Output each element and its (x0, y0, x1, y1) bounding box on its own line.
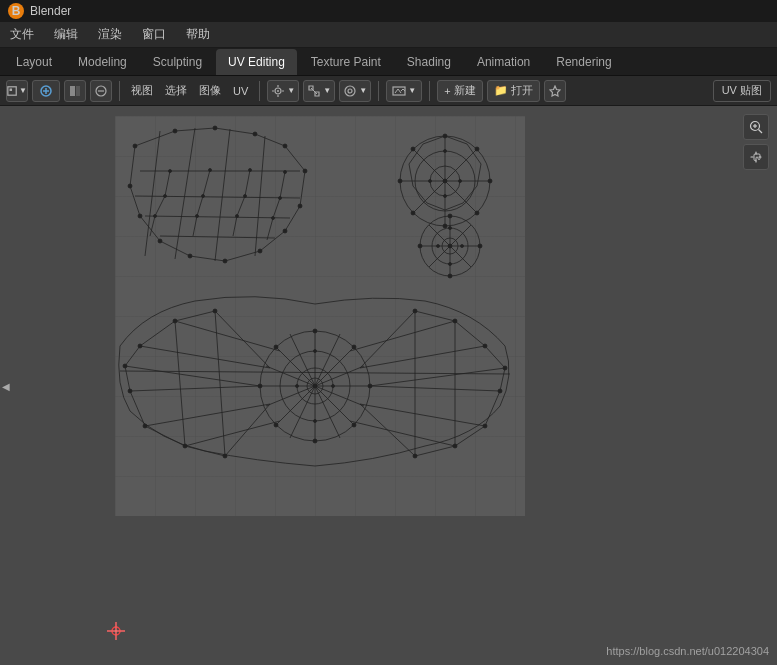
toolbar-pivot-btn[interactable]: ▼ (267, 80, 299, 102)
uv-wireframe (115, 116, 525, 516)
svg-point-140 (143, 424, 147, 428)
svg-point-76 (418, 244, 422, 248)
tab-animation[interactable]: Animation (465, 49, 542, 75)
tab-sculpting[interactable]: Sculpting (141, 49, 214, 75)
svg-point-145 (503, 366, 507, 370)
svg-point-29 (223, 259, 227, 263)
svg-point-147 (483, 344, 487, 348)
svg-line-118 (500, 368, 505, 391)
svg-point-65 (443, 179, 447, 183)
svg-point-129 (313, 329, 317, 333)
toolbar-proportional-btn[interactable]: ▼ (339, 80, 371, 102)
toolbar-image-display[interactable]: ▼ (386, 80, 422, 102)
main-area: ◀ (0, 106, 777, 665)
tab-texture-paint[interactable]: Texture Paint (299, 49, 393, 75)
svg-point-74 (478, 244, 482, 248)
left-panel-toggle[interactable]: ◀ (2, 380, 10, 391)
uv-viewport[interactable]: ◀ (0, 106, 777, 665)
tab-rendering[interactable]: Rendering (544, 49, 623, 75)
svg-point-32 (138, 214, 142, 218)
menu-help[interactable]: 帮助 (176, 22, 220, 47)
3d-cursor (105, 620, 125, 640)
svg-line-101 (125, 366, 130, 391)
svg-point-57 (475, 147, 479, 151)
toolbar-mode-dropdown[interactable]: ▼ (6, 80, 28, 102)
zoom-in-btn[interactable] (743, 114, 769, 140)
svg-line-109 (225, 404, 270, 456)
tab-modeling[interactable]: Modeling (66, 49, 139, 75)
svg-point-78 (461, 245, 464, 248)
open-btn[interactable]: 📁 打开 (487, 80, 540, 102)
tab-layout[interactable]: Layout (4, 49, 64, 75)
svg-point-54 (488, 179, 492, 183)
svg-rect-1 (10, 88, 13, 91)
svg-line-105 (175, 311, 215, 321)
svg-point-149 (453, 319, 457, 323)
svg-line-117 (350, 421, 455, 446)
svg-point-81 (448, 244, 452, 248)
toolbar-pin-btn[interactable] (544, 80, 566, 102)
svg-line-112 (370, 368, 505, 386)
menu-bar: 文件 编辑 渲染 窗口 帮助 (0, 22, 777, 48)
right-tools (743, 114, 769, 170)
folder-icon: 📁 (494, 84, 508, 97)
pan-btn[interactable] (743, 144, 769, 170)
svg-point-38 (164, 195, 167, 198)
svg-line-116 (350, 321, 455, 351)
new-btn[interactable]: + 新建 (437, 80, 482, 102)
svg-point-8 (345, 86, 355, 96)
image-label[interactable]: 图像 (195, 83, 225, 98)
svg-point-24 (283, 144, 287, 148)
svg-line-100 (185, 421, 280, 446)
svg-point-21 (173, 129, 177, 133)
toolbar-snap-btn[interactable]: ▼ (303, 80, 335, 102)
svg-point-39 (202, 195, 205, 198)
svg-line-115 (360, 404, 485, 426)
uv-label[interactable]: UV (229, 85, 252, 97)
svg-point-141 (173, 319, 177, 323)
view-label[interactable]: 视图 (127, 83, 157, 98)
menu-file[interactable]: 文件 (0, 22, 44, 47)
svg-point-137 (123, 364, 127, 368)
svg-point-155 (296, 385, 299, 388)
svg-point-26 (298, 204, 302, 208)
tab-shading[interactable]: Shading (395, 49, 463, 75)
svg-line-103 (130, 391, 145, 426)
svg-line-98 (145, 404, 270, 426)
select-label[interactable]: 选择 (161, 83, 191, 98)
uv-canvas (115, 116, 525, 516)
menu-render[interactable]: 渲染 (88, 22, 132, 47)
svg-point-61 (444, 150, 447, 153)
toolbar-view-overlay-1[interactable] (64, 80, 86, 102)
svg-point-133 (274, 345, 278, 349)
watermark: https://blog.csdn.net/u012204304 (606, 645, 769, 657)
svg-point-132 (258, 384, 262, 388)
svg-point-139 (138, 344, 142, 348)
svg-point-156 (314, 420, 317, 423)
menu-window[interactable]: 窗口 (132, 22, 176, 47)
svg-point-30 (188, 254, 192, 258)
svg-point-135 (352, 423, 356, 427)
tab-uv-editing[interactable]: UV Editing (216, 49, 297, 75)
svg-line-108 (185, 446, 225, 456)
svg-point-80 (449, 263, 452, 266)
svg-line-13 (135, 196, 300, 198)
svg-point-20 (133, 144, 137, 148)
svg-point-79 (437, 245, 440, 248)
svg-point-131 (313, 439, 317, 443)
svg-point-56 (398, 179, 402, 183)
app-title: Blender (30, 4, 71, 18)
svg-point-28 (258, 249, 262, 253)
uv-map-label[interactable]: UV 贴图 (713, 80, 771, 102)
toolbar-sync-btn[interactable] (32, 80, 60, 102)
menu-edit[interactable]: 编辑 (44, 22, 88, 47)
svg-point-27 (283, 229, 287, 233)
svg-line-124 (455, 426, 485, 446)
svg-point-130 (368, 384, 372, 388)
svg-point-152 (413, 454, 417, 458)
svg-point-144 (223, 454, 227, 458)
toolbar-view-overlay-2[interactable] (90, 80, 112, 102)
svg-line-113 (370, 386, 500, 391)
svg-line-122 (415, 311, 455, 321)
svg-point-154 (332, 385, 335, 388)
